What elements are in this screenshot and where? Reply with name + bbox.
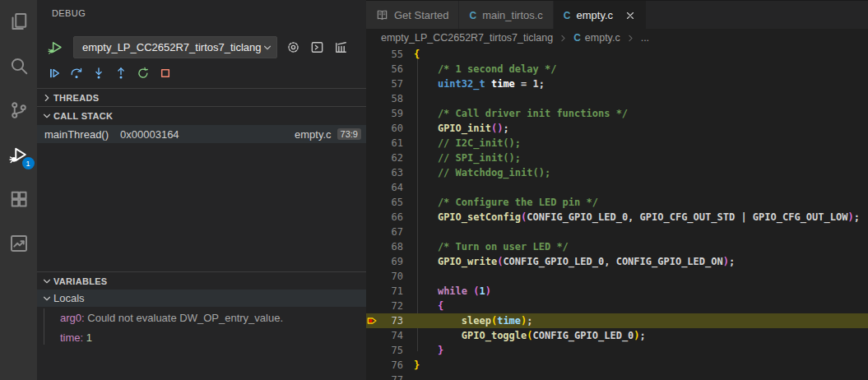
line-number[interactable]: 66 xyxy=(366,210,403,225)
code-line-76[interactable]: 76} xyxy=(366,358,868,373)
activity-item-explorer[interactable] xyxy=(7,10,30,33)
line-content: /* 1 second delay */ xyxy=(414,62,556,76)
debug-count-badge: 1 xyxy=(22,157,35,169)
chevron-down-icon xyxy=(40,275,53,288)
code-line-72[interactable]: 72 { xyxy=(366,299,868,313)
restart-button[interactable] xyxy=(137,67,150,80)
variables-children: arg0Could not evaluate DW_OP_entry_value… xyxy=(37,308,366,347)
frame-file: empty.c xyxy=(295,128,332,141)
variable-name: time xyxy=(60,331,86,344)
breadcrumb-item[interactable]: Cempty.c xyxy=(573,32,620,44)
code-line-71[interactable]: 71 while (1) xyxy=(366,284,868,299)
debug-console-button[interactable] xyxy=(309,39,324,54)
debug-sidebar: DEBUG empty_LP_CC2652R7_tirtos7_ticlang … xyxy=(37,0,366,380)
code-line-60[interactable]: 60 GPIO_init(); xyxy=(366,121,868,136)
line-number[interactable]: 59 xyxy=(366,106,403,121)
continue-button[interactable] xyxy=(48,67,61,80)
line-number[interactable]: 68 xyxy=(366,239,403,254)
code-line-68[interactable]: 68 /* Turn on user LED */ xyxy=(366,239,868,254)
line-number[interactable]: 67 xyxy=(366,225,403,239)
line-number[interactable]: 64 xyxy=(366,180,403,195)
close-icon[interactable] xyxy=(624,9,636,21)
line-number[interactable]: 70 xyxy=(366,269,403,284)
line-number[interactable]: 75 xyxy=(366,343,403,358)
line-number[interactable]: 56 xyxy=(366,62,403,76)
step-into-button[interactable] xyxy=(92,67,105,80)
code-line-74[interactable]: 74 GPIO_toggle(CONFIG_GPIO_LED_0); xyxy=(366,328,868,343)
c-file-icon: C xyxy=(564,10,571,21)
code-line-55[interactable]: 55{ xyxy=(366,47,868,62)
code-line-75[interactable]: 75 } xyxy=(366,343,868,358)
launch-config-dropdown[interactable]: empty_LP_CC2652R7_tirtos7_ticlang xyxy=(73,36,277,58)
line-number[interactable]: 61 xyxy=(366,136,403,151)
code-line-65[interactable]: 65 /* Configure the LED pin */ xyxy=(366,195,868,210)
line-number[interactable]: 62 xyxy=(366,151,403,165)
line-number[interactable]: 73 xyxy=(366,313,403,328)
restart-icon xyxy=(137,67,150,80)
code-line-73[interactable]: 73 sleep(time); xyxy=(366,313,868,328)
code-line-58[interactable]: 58 xyxy=(366,91,868,106)
line-number[interactable]: 65 xyxy=(366,195,403,210)
step-out-button[interactable] xyxy=(114,67,128,80)
line-content: // Watchdog_init(); xyxy=(414,165,550,180)
line-content: // I2C_init(); xyxy=(414,136,521,151)
activity-item-run-and-debug[interactable]: 1 xyxy=(7,143,30,166)
line-number[interactable]: 76 xyxy=(366,358,403,373)
line-number[interactable]: 77 xyxy=(366,373,403,380)
line-number[interactable]: 69 xyxy=(366,254,403,269)
code-line-69[interactable]: 69 GPIO_write(CONFIG_GPIO_LED_0, CONFIG_… xyxy=(366,254,868,269)
code-area[interactable]: 55{56 /* 1 second delay */57 uint32_t ti… xyxy=(366,47,868,380)
code-line-70[interactable]: 70 xyxy=(366,269,868,284)
line-number[interactable]: 63 xyxy=(366,165,403,180)
chevron-down-icon xyxy=(40,292,53,305)
breadcrumb-item[interactable]: empty_LP_CC2652R7_tirtos7_ticlang xyxy=(381,32,553,44)
line-content: { xyxy=(414,299,443,313)
stop-button[interactable] xyxy=(159,67,172,80)
settings-button[interactable] xyxy=(285,39,300,54)
tab-main-tirtos-c[interactable]: Cmain_tirtos.c xyxy=(459,1,553,30)
code-line-63[interactable]: 63 // Watchdog_init(); xyxy=(366,165,868,180)
views-button[interactable] xyxy=(333,39,348,54)
call-stack-frame[interactable]: mainThread() 0x00003164 empty.c 73:9 xyxy=(37,125,366,143)
variable-name: arg0 xyxy=(60,312,87,324)
editor-tab-bar: Get StartedCmain_tirtos.cCempty.c xyxy=(366,0,868,29)
variable-row-arg0[interactable]: arg0Could not evaluate DW_OP_entry_value… xyxy=(37,308,366,327)
line-number[interactable]: 60 xyxy=(366,121,403,136)
activity-item-extensions[interactable] xyxy=(7,188,30,211)
frame-position-badge: 73:9 xyxy=(337,128,361,140)
section-header-call-stack[interactable]: CALL STACK xyxy=(37,106,366,124)
line-content: /* Configure the LED pin */ xyxy=(414,195,598,210)
activity-item-source-control[interactable] xyxy=(7,99,30,122)
code-line-62[interactable]: 62 // SPI_init(); xyxy=(366,151,868,165)
code-line-59[interactable]: 59 /* Call driver init functions */ xyxy=(366,106,868,121)
variables-scope-locals[interactable]: Locals xyxy=(37,290,366,307)
activity-item-search[interactable] xyxy=(7,54,30,77)
code-line-57[interactable]: 57 uint32_t time = 1; xyxy=(366,76,868,91)
variable-row-time[interactable]: time1 xyxy=(37,327,366,347)
search-icon xyxy=(9,56,29,76)
line-number[interactable]: 55 xyxy=(366,47,403,62)
line-content: GPIO_setConfig(CONFIG_GPIO_LED_0, GPIO_C… xyxy=(414,210,860,225)
breadcrumb-label: ... xyxy=(641,32,649,44)
section-header-variables[interactable]: VARIABLES xyxy=(37,271,366,290)
tab-empty-c[interactable]: Cempty.c xyxy=(554,1,647,30)
line-number[interactable]: 72 xyxy=(366,299,403,313)
code-line-56[interactable]: 56 /* 1 second delay */ xyxy=(366,62,868,76)
breadcrumb-item[interactable]: ... xyxy=(641,32,649,44)
step-over-button[interactable] xyxy=(70,67,83,80)
c-file-icon: C xyxy=(573,32,581,44)
code-line-64[interactable]: 64 xyxy=(366,180,868,195)
activity-item-performance[interactable] xyxy=(7,232,30,255)
line-number[interactable]: 71 xyxy=(366,284,403,299)
line-number[interactable]: 57 xyxy=(366,76,403,91)
tab-get-started[interactable]: Get Started xyxy=(366,1,459,30)
section-header-threads[interactable]: THREADS xyxy=(37,88,366,106)
line-content: while (1) xyxy=(414,284,491,299)
code-line-66[interactable]: 66 GPIO_setConfig(CONFIG_GPIO_LED_0, GPI… xyxy=(366,210,868,225)
step-into-icon xyxy=(92,67,105,80)
line-number[interactable]: 58 xyxy=(366,91,403,106)
code-line-67[interactable]: 67 xyxy=(366,225,868,239)
line-number[interactable]: 74 xyxy=(366,328,403,343)
code-line-61[interactable]: 61 // I2C_init(); xyxy=(366,136,868,151)
code-line-77[interactable]: 77 xyxy=(366,373,868,380)
